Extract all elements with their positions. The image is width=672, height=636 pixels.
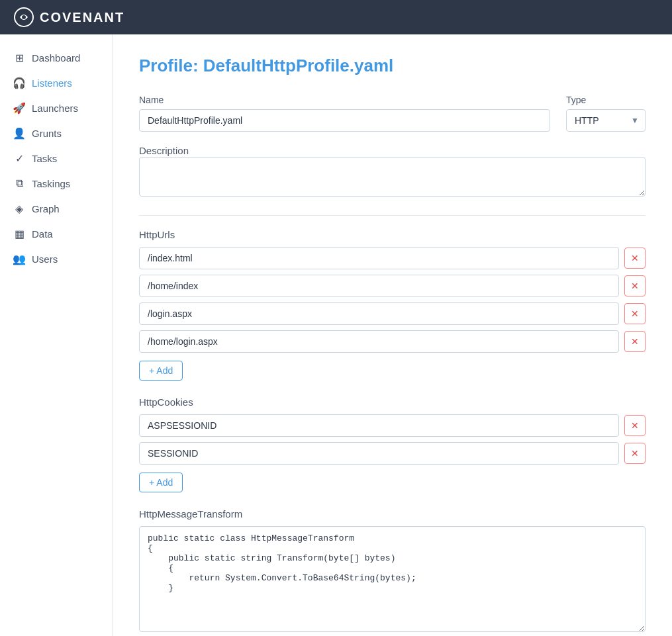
divider-1 <box>139 215 646 216</box>
url-input-3[interactable] <box>139 330 619 353</box>
url-row-2: ✕ <box>139 302 646 325</box>
add-url-button[interactable]: + Add <box>139 361 183 381</box>
name-type-row: Name Type HTTP HTTPS ▼ <box>139 95 646 132</box>
description-input[interactable] <box>139 157 646 197</box>
sidebar-item-taskings[interactable]: ⧉ Taskings <box>0 171 112 196</box>
description-label: Description <box>139 145 189 156</box>
name-input[interactable] <box>139 109 550 132</box>
sidebar-item-grunts[interactable]: 👤 Grunts <box>0 120 112 146</box>
sidebar-label-graph: Graph <box>32 203 60 214</box>
url-input-1[interactable] <box>139 275 619 297</box>
topbar: COVENANT <box>0 0 672 34</box>
sidebar-label-taskings: Taskings <box>32 178 70 189</box>
remove-url-2-button[interactable]: ✕ <box>624 303 646 324</box>
http-cookies-section: HttpCookies ✕ ✕ + Add <box>139 396 646 492</box>
dashboard-icon: ⊞ <box>13 52 25 64</box>
grunts-icon: 👤 <box>13 127 25 139</box>
name-label: Name <box>139 95 550 105</box>
http-urls-label: HttpUrls <box>139 229 646 240</box>
data-icon: ▦ <box>13 228 25 240</box>
type-group: Type HTTP HTTPS ▼ <box>566 95 646 132</box>
page-title-value: DefaultHttpProfile.yaml <box>203 56 394 75</box>
remove-cookie-0-button[interactable]: ✕ <box>624 415 646 436</box>
sidebar-item-data[interactable]: ▦ Data <box>0 221 112 246</box>
remove-url-0-button[interactable]: ✕ <box>624 248 646 269</box>
svg-point-1 <box>22 15 26 19</box>
cookie-row-0: ✕ <box>139 414 646 437</box>
sidebar-label-dashboard: Dashboard <box>32 52 80 64</box>
sidebar-label-tasks: Tasks <box>32 153 57 164</box>
page-title-prefix: Profile: <box>139 56 203 75</box>
taskings-icon: ⧉ <box>13 177 25 189</box>
sidebar: ⊞ Dashboard 🎧 Listeners 🚀 Launchers 👤 Gr… <box>0 34 113 636</box>
type-label: Type <box>566 95 646 105</box>
type-select[interactable]: HTTP HTTPS <box>566 109 646 132</box>
http-urls-section: HttpUrls ✕ ✕ ✕ ✕ + Add <box>139 229 646 381</box>
url-row-0: ✕ <box>139 247 646 269</box>
app-body: ⊞ Dashboard 🎧 Listeners 🚀 Launchers 👤 Gr… <box>0 34 672 636</box>
url-row-1: ✕ <box>139 275 646 297</box>
cookie-input-0[interactable] <box>139 414 619 437</box>
sidebar-label-listeners: Listeners <box>32 77 72 89</box>
sidebar-label-launchers: Launchers <box>32 103 78 114</box>
covenant-logo-icon <box>13 7 34 28</box>
http-message-transform-section: HttpMessageTransform public static class… <box>139 508 646 635</box>
http-message-transform-label: HttpMessageTransform <box>139 508 646 520</box>
logo[interactable]: COVENANT <box>13 7 124 28</box>
url-input-0[interactable] <box>139 247 619 269</box>
logo-text: COVENANT <box>40 10 124 25</box>
http-message-transform-input[interactable]: public static class HttpMessageTransform… <box>139 526 646 632</box>
type-select-wrapper: HTTP HTTPS ▼ <box>566 109 646 132</box>
url-row-3: ✕ <box>139 330 646 353</box>
add-cookie-button[interactable]: + Add <box>139 473 183 492</box>
users-icon: 👥 <box>13 253 25 265</box>
remove-url-3-button[interactable]: ✕ <box>624 331 646 352</box>
sidebar-item-users[interactable]: 👥 Users <box>0 246 112 271</box>
sidebar-item-launchers[interactable]: 🚀 Launchers <box>0 95 112 120</box>
page-title: Profile: DefaultHttpProfile.yaml <box>139 56 646 76</box>
listeners-icon: 🎧 <box>13 77 25 89</box>
url-input-2[interactable] <box>139 302 619 325</box>
sidebar-item-listeners[interactable]: 🎧 Listeners <box>0 70 112 95</box>
cookie-input-1[interactable] <box>139 442 619 465</box>
http-cookies-label: HttpCookies <box>139 396 646 408</box>
sidebar-label-grunts: Grunts <box>32 128 62 139</box>
tasks-icon: ✓ <box>13 152 25 164</box>
name-group: Name <box>139 95 550 132</box>
remove-url-1-button[interactable]: ✕ <box>624 275 646 296</box>
sidebar-item-dashboard[interactable]: ⊞ Dashboard <box>0 45 112 70</box>
sidebar-item-graph[interactable]: ◈ Graph <box>0 196 112 221</box>
cookie-row-1: ✕ <box>139 442 646 465</box>
sidebar-label-data: Data <box>32 228 53 240</box>
launchers-icon: 🚀 <box>13 102 25 114</box>
sidebar-item-tasks[interactable]: ✓ Tasks <box>0 146 112 171</box>
description-section: Description <box>139 145 646 199</box>
sidebar-label-users: Users <box>32 253 58 265</box>
graph-icon: ◈ <box>13 203 25 214</box>
remove-cookie-1-button[interactable]: ✕ <box>624 443 646 464</box>
main-content: Profile: DefaultHttpProfile.yaml Name Ty… <box>113 34 672 636</box>
